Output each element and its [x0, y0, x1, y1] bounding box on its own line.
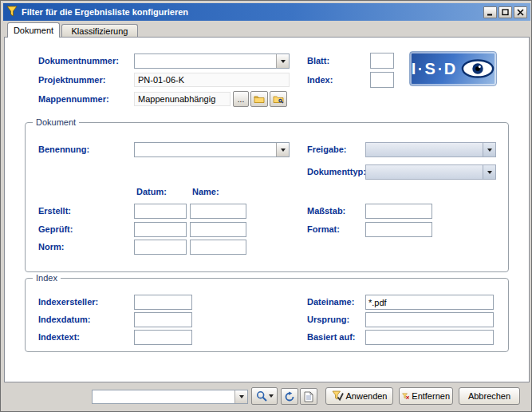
- minimize-button[interactable]: [483, 6, 497, 18]
- dokumentnummer-combo[interactable]: [134, 53, 290, 69]
- massstab-input[interactable]: [365, 204, 432, 219]
- dokumenttyp-label: Dokumenttyp:: [307, 167, 366, 176]
- isd-logo: I S D: [409, 51, 497, 86]
- geprueft-datum-input[interactable]: [134, 222, 187, 237]
- dokumenttyp-combo[interactable]: [365, 164, 496, 180]
- chevron-down-icon: [269, 394, 274, 398]
- projektnummer-label: Projektnummer:: [38, 75, 105, 85]
- folder-button[interactable]: [250, 91, 268, 107]
- isd-eye-icon: [461, 58, 495, 79]
- filter-check-icon: [332, 390, 344, 402]
- document-icon: [304, 391, 313, 402]
- freigabe-combo[interactable]: [365, 142, 496, 157]
- blatt-input[interactable]: [370, 53, 394, 69]
- anwenden-button[interactable]: Anwenden: [325, 387, 393, 405]
- basiert-auf-input[interactable]: [365, 330, 494, 345]
- dialog-window: Filter für die Ergebnisliste konfigurier…: [0, 0, 532, 412]
- abbrechen-button[interactable]: Abbrechen: [459, 387, 520, 405]
- dokument-group-title: Dokument: [33, 117, 79, 127]
- filter-app-icon: [6, 6, 18, 18]
- chevron-down-icon[interactable]: [276, 143, 289, 156]
- benennung-combo[interactable]: [134, 142, 290, 157]
- freigabe-combo-value: [366, 143, 483, 156]
- indexdatum-label: Indexdatum:: [38, 315, 90, 324]
- geprueft-label: Geprüft:: [38, 224, 73, 234]
- blatt-label: Blatt:: [307, 56, 329, 65]
- mappennummer-label: Mappennummer:: [38, 94, 109, 104]
- ursprung-input[interactable]: [365, 312, 494, 327]
- name-column-header: Name:: [192, 187, 219, 196]
- ursprung-label: Ursprung:: [307, 315, 349, 324]
- browse-button[interactable]: ...: [233, 91, 249, 107]
- dateiname-input[interactable]: [365, 295, 494, 310]
- tab-klassifizierung[interactable]: Klassifizierung: [61, 24, 138, 38]
- folder-icon: [254, 94, 265, 104]
- chevron-down-icon[interactable]: [234, 390, 247, 403]
- index-label: Index:: [307, 75, 333, 85]
- folder-key-icon: [273, 94, 284, 104]
- format-input[interactable]: [365, 222, 432, 237]
- indextext-label: Indextext:: [38, 332, 80, 342]
- close-icon: [517, 9, 524, 16]
- title-bar: Filter für die Ergebnisliste konfigurier…: [3, 3, 530, 21]
- report-button[interactable]: [300, 388, 317, 405]
- dokumenttyp-combo-value: [366, 165, 483, 179]
- basiert-auf-label: Basiert auf:: [307, 332, 356, 342]
- search-button[interactable]: [251, 387, 278, 405]
- entfernen-button-label: Entfernen: [412, 391, 450, 401]
- filter-remove-icon: [402, 391, 409, 402]
- indexdatum-input[interactable]: [134, 312, 192, 327]
- erstellt-label: Erstellt:: [38, 206, 71, 216]
- norm-label: Norm:: [38, 242, 64, 252]
- index-input[interactable]: [370, 72, 394, 88]
- dateiname-label: Dateiname:: [307, 297, 354, 307]
- folder-key-button[interactable]: [270, 91, 287, 107]
- maximize-button[interactable]: [499, 6, 512, 18]
- norm-name-input[interactable]: [190, 240, 246, 255]
- entfernen-button[interactable]: Entfernen: [399, 387, 453, 405]
- abbrechen-button-label: Abbrechen: [468, 391, 510, 401]
- chevron-down-icon[interactable]: [483, 143, 495, 156]
- window-title: Filter für die Ergebnisliste konfigurier…: [22, 7, 479, 17]
- logo-dot: [419, 68, 421, 70]
- dokumentnummer-label: Dokumentnummer:: [38, 56, 119, 65]
- logo-dot: [439, 68, 441, 70]
- indextext-input[interactable]: [134, 330, 192, 345]
- index-group-title: Index: [33, 273, 61, 283]
- logo-letter-s: S: [424, 61, 435, 77]
- refresh-icon: [284, 391, 295, 402]
- format-label: Format:: [307, 224, 340, 234]
- anwenden-button-label: Anwenden: [346, 391, 388, 401]
- maximize-icon: [502, 9, 509, 16]
- projektnummer-field[interactable]: PN-01-06-K: [134, 73, 290, 87]
- freigabe-label: Freigabe:: [307, 145, 347, 154]
- massstab-label: Maßstab:: [307, 206, 345, 216]
- geprueft-name-input[interactable]: [190, 222, 246, 237]
- refresh-button[interactable]: [281, 388, 298, 405]
- logo-letter-d: D: [444, 61, 455, 77]
- datum-column-header: Datum:: [136, 187, 167, 196]
- close-button[interactable]: [514, 6, 527, 18]
- benennung-label: Benennung:: [38, 145, 89, 154]
- minimize-icon: [487, 9, 494, 16]
- indexersteller-input[interactable]: [134, 295, 192, 310]
- logo-letter-i: I: [412, 61, 416, 77]
- chevron-down-icon[interactable]: [276, 54, 289, 68]
- search-icon: [256, 390, 267, 402]
- chevron-down-icon[interactable]: [483, 165, 495, 179]
- erstellt-datum-input[interactable]: [134, 204, 187, 219]
- quick-filter-combo-value: [93, 390, 234, 403]
- norm-datum-input[interactable]: [134, 240, 187, 255]
- benennung-combo-value: [135, 143, 276, 156]
- window-controls: [483, 6, 527, 18]
- erstellt-name-input[interactable]: [190, 204, 246, 219]
- quick-filter-combo[interactable]: [92, 390, 248, 404]
- tab-dokument[interactable]: Dokument: [7, 22, 60, 38]
- indexersteller-label: Indexersteller:: [38, 297, 98, 307]
- mappennummer-field[interactable]: Mappenunabhängig: [134, 92, 231, 106]
- dokumentnummer-combo-value: [135, 54, 276, 68]
